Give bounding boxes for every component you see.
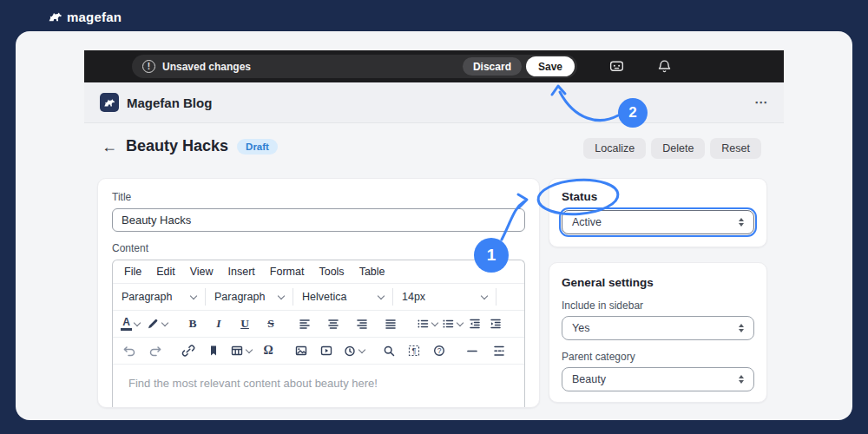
bullet-list-button[interactable] <box>416 313 437 334</box>
localize-button[interactable]: Localize <box>583 138 646 159</box>
page-header: ← Beauty Hacks Draft <box>102 137 278 155</box>
page-break-icon[interactable] <box>490 340 508 361</box>
link-icon[interactable] <box>180 340 197 361</box>
menu-table[interactable]: Table <box>359 266 385 278</box>
updown-arrows-icon <box>739 218 744 227</box>
chevron-down-icon <box>457 319 464 326</box>
menu-format[interactable]: Format <box>270 266 305 278</box>
emoji-icon[interactable] <box>523 340 525 361</box>
decrease-indent-icon[interactable] <box>466 313 483 334</box>
back-arrow-icon[interactable]: ← <box>102 139 117 155</box>
chevron-down-icon <box>161 319 168 326</box>
save-button[interactable]: Save <box>526 56 575 76</box>
status-select[interactable]: Active <box>562 210 754 234</box>
align-right-icon[interactable] <box>353 313 371 334</box>
delete-button[interactable]: Delete <box>651 138 705 159</box>
unsaved-changes-message: Unsaved changes <box>162 61 251 73</box>
chat-icon[interactable] <box>608 58 625 75</box>
horizontal-rule-icon[interactable] <box>464 340 481 361</box>
magefan-logo: magefan <box>48 10 122 24</box>
highlight-color-button[interactable] <box>146 313 168 334</box>
paragraph-style-dropdown[interactable]: Paragraph <box>206 284 293 310</box>
font-size-dropdown[interactable]: 14px <box>393 284 496 310</box>
updown-arrows-icon <box>739 375 744 385</box>
status-card: Status Active <box>549 178 767 247</box>
font-family-dropdown[interactable]: Helvetica <box>293 284 392 310</box>
menu-insert[interactable]: Insert <box>228 266 255 278</box>
svg-text:¶: ¶ <box>412 346 417 355</box>
bell-icon[interactable] <box>656 58 673 75</box>
parent-category-select[interactable]: Beauty <box>562 367 754 391</box>
overflow-menu-icon[interactable]: ⋯ <box>754 95 768 110</box>
screen: magefan ! Unsaved changes Discard Save M… <box>0 0 868 434</box>
editor-menubar: File Edit View Insert Format Tools Table <box>113 260 524 284</box>
editor-content-text: Find the most relevant content about bea… <box>128 377 378 390</box>
menu-file[interactable]: File <box>124 266 141 278</box>
general-settings-card: General settings Include in sidebar Yes … <box>549 262 767 403</box>
chevron-down-icon <box>358 345 365 352</box>
editor-content-area[interactable]: Find the most relevant content about bea… <box>113 365 524 407</box>
chevron-down-icon <box>431 319 438 326</box>
discard-button[interactable]: Discard <box>463 57 522 76</box>
chevron-down-icon <box>190 292 197 299</box>
image-icon[interactable] <box>293 340 310 361</box>
align-center-icon[interactable] <box>325 313 342 334</box>
editor-format-row: Paragraph Paragraph Helvetica 14px <box>113 284 524 311</box>
increase-indent-icon[interactable] <box>487 313 504 334</box>
help-icon[interactable]: ? <box>431 340 448 361</box>
media-icon[interactable] <box>318 340 335 361</box>
undo-icon[interactable] <box>121 340 138 361</box>
parent-category-value: Beauty <box>572 373 606 385</box>
info-icon: ! <box>142 60 155 73</box>
parent-category-label: Parent category <box>562 351 754 363</box>
title-input[interactable] <box>112 208 525 232</box>
chevron-down-icon <box>378 292 385 299</box>
post-edit-card: Title Content File Edit View Insert Form… <box>97 178 540 408</box>
editor-toolbar-row2: Ω ¶ ? <box>113 338 524 365</box>
bookmark-icon[interactable] <box>205 340 222 361</box>
menu-view[interactable]: View <box>190 266 214 278</box>
status-select-value: Active <box>572 216 602 228</box>
bold-button[interactable]: B <box>184 313 201 334</box>
underline-button[interactable]: U <box>236 313 253 334</box>
title-label: Title <box>112 191 525 203</box>
redo-icon[interactable] <box>147 340 164 361</box>
app-title: Magefan Blog <box>127 95 212 110</box>
include-in-sidebar-select[interactable]: Yes <box>562 316 754 340</box>
app-header: Magefan Blog ⋯ <box>84 82 784 123</box>
find-replace-icon[interactable] <box>380 340 398 361</box>
magefan-dog-icon <box>48 11 62 23</box>
align-left-icon[interactable] <box>296 313 313 334</box>
text-color-button[interactable]: A <box>121 313 140 334</box>
page-actions: Localize Delete Reset <box>583 138 761 159</box>
logo-text: magefan <box>67 10 122 24</box>
unsaved-changes-pill: ! Unsaved changes Discard Save <box>132 55 577 78</box>
editor-toolbar-row1: A B I U S <box>113 311 524 338</box>
strikethrough-button[interactable]: S <box>262 313 279 334</box>
notification-bar: ! Unsaved changes Discard Save <box>84 50 784 82</box>
wysiwyg-editor: File Edit View Insert Format Tools Table… <box>112 260 525 407</box>
magefan-blog-icon <box>100 93 119 112</box>
status-card-title: Status <box>562 190 754 203</box>
chevron-down-icon <box>246 345 253 352</box>
italic-button[interactable]: I <box>210 313 227 334</box>
include-in-sidebar-value: Yes <box>572 322 589 334</box>
block-style-dropdown[interactable]: Paragraph <box>113 284 205 310</box>
select-paragraph-icon[interactable]: ¶ <box>405 340 423 361</box>
page-title: Beauty Hacks <box>126 137 228 155</box>
include-in-sidebar-label: Include in sidebar <box>562 299 754 312</box>
insert-datetime-button[interactable] <box>343 340 365 361</box>
status-badge: Draft <box>237 139 278 155</box>
general-settings-title: General settings <box>562 276 754 289</box>
content-label: Content <box>112 242 525 254</box>
table-button[interactable] <box>230 340 252 361</box>
reset-button[interactable]: Reset <box>710 138 761 159</box>
svg-text:?: ? <box>437 346 442 355</box>
align-justify-icon[interactable] <box>382 313 399 334</box>
menu-edit[interactable]: Edit <box>156 266 175 278</box>
chevron-down-icon <box>134 319 141 326</box>
menu-tools[interactable]: Tools <box>319 266 344 278</box>
numbered-list-button[interactable] <box>441 313 463 334</box>
special-character-button[interactable]: Ω <box>260 340 277 361</box>
chevron-down-icon <box>481 292 488 299</box>
